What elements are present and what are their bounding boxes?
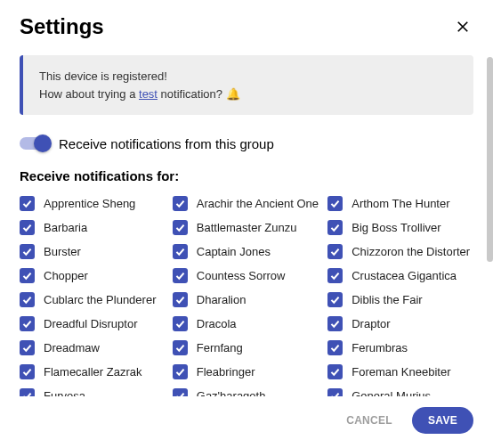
check-icon: [174, 366, 186, 378]
test-link[interactable]: test: [139, 87, 158, 101]
boss-label: Crustacea Gigantica: [352, 269, 457, 282]
check-icon: [329, 270, 341, 281]
dialog-header: Settings: [0, 0, 493, 48]
check-icon: [174, 222, 186, 233]
notifications-toggle[interactable]: [20, 134, 50, 152]
boss-checkbox[interactable]: [20, 244, 35, 259]
boss-label: Battlemaster Zunzu: [197, 221, 297, 234]
boss-checkbox[interactable]: [327, 340, 343, 355]
check-icon: [329, 342, 341, 354]
boss-label: General Murius: [352, 389, 431, 396]
boss-label: Foreman Kneebiter: [352, 365, 450, 379]
info-line-2: How about trying a test notification? 🔔: [39, 86, 457, 103]
boss-checkbox[interactable]: [20, 316, 35, 331]
subheading: Receive notifications for:: [20, 168, 473, 183]
boss-item: Captain Jones: [173, 244, 320, 259]
boss-checkbox[interactable]: [173, 268, 188, 283]
boss-item: Furyosa: [20, 388, 166, 396]
boss-label: Captain Jones: [197, 245, 271, 258]
boss-label: Dharalion: [197, 293, 246, 306]
check-icon: [174, 246, 186, 257]
check-icon: [174, 198, 186, 209]
boss-item: Apprentice Sheng: [20, 196, 166, 211]
boss-label: Fernfang: [197, 341, 243, 354]
boss-label: Big Boss Trolliver: [352, 221, 440, 234]
boss-checkbox[interactable]: [327, 268, 343, 283]
boss-item: Fernfang: [173, 340, 320, 355]
boss-item: Dreadful Disruptor: [20, 316, 166, 331]
boss-checkbox[interactable]: [173, 220, 188, 235]
boss-checkbox[interactable]: [20, 340, 35, 355]
boss-checkbox[interactable]: [173, 388, 188, 396]
boss-label: Arthom The Hunter: [352, 197, 449, 210]
boss-checkbox[interactable]: [327, 316, 343, 331]
boss-checkbox[interactable]: [20, 220, 35, 235]
boss-item: Foreman Kneebiter: [327, 364, 473, 379]
boss-item: General Murius: [327, 388, 473, 396]
check-icon: [21, 294, 33, 305]
boss-checkbox[interactable]: [327, 220, 343, 235]
boss-item: Battlemaster Zunzu: [173, 220, 320, 235]
scrollbar[interactable]: [487, 57, 493, 262]
check-icon: [174, 318, 186, 330]
check-icon: [21, 342, 33, 354]
boss-checkbox-grid: Apprentice ShengArachir the Ancient OneA…: [20, 196, 473, 396]
boss-checkbox[interactable]: [327, 292, 343, 307]
cancel-button[interactable]: CANCEL: [339, 409, 400, 432]
boss-item: Chopper: [20, 268, 166, 283]
boss-label: Dreadmaw: [44, 341, 100, 354]
info-line-1: This device is registered!: [39, 68, 457, 86]
boss-checkbox[interactable]: [173, 244, 188, 259]
boss-label: Gaz'haragoth: [197, 389, 266, 396]
boss-checkbox[interactable]: [327, 244, 343, 259]
check-icon: [329, 294, 341, 305]
check-icon: [174, 342, 186, 354]
boss-checkbox[interactable]: [327, 364, 343, 379]
boss-item: Arachir the Ancient One: [173, 196, 320, 211]
check-icon: [329, 366, 341, 378]
boss-item: Dracola: [173, 316, 320, 331]
save-button[interactable]: SAVE: [412, 407, 473, 434]
boss-checkbox[interactable]: [173, 292, 188, 307]
boss-label: Diblis the Fair: [352, 293, 422, 306]
boss-label: Ferumbras: [352, 341, 408, 354]
boss-checkbox[interactable]: [327, 388, 343, 396]
boss-checkbox[interactable]: [20, 292, 35, 307]
boss-checkbox[interactable]: [327, 196, 343, 211]
boss-label: Flamecaller Zazrak: [44, 365, 142, 379]
boss-checkbox[interactable]: [20, 388, 35, 396]
boss-checkbox[interactable]: [173, 364, 188, 379]
boss-item: Fleabringer: [173, 364, 320, 379]
close-button[interactable]: [452, 16, 473, 37]
boss-label: Chopper: [44, 269, 88, 282]
notifications-toggle-row: Receive notifications from this group: [20, 134, 473, 152]
boss-item: Gaz'haragoth: [173, 388, 320, 396]
notifications-toggle-label: Receive notifications from this group: [59, 136, 274, 151]
check-icon: [174, 294, 186, 305]
info-banner: This device is registered! How about try…: [20, 55, 473, 115]
check-icon: [174, 390, 186, 396]
close-icon: [455, 19, 471, 35]
boss-item: Ferumbras: [327, 340, 473, 355]
check-icon: [21, 246, 33, 257]
boss-checkbox[interactable]: [173, 316, 188, 331]
boss-checkbox[interactable]: [173, 196, 188, 211]
boss-label: Apprentice Sheng: [44, 197, 135, 210]
bell-icon: 🔔: [226, 87, 240, 101]
check-icon: [21, 318, 33, 330]
boss-label: Chizzoron the Distorter: [352, 245, 470, 258]
boss-checkbox[interactable]: [173, 340, 188, 355]
check-icon: [329, 222, 341, 233]
check-icon: [174, 270, 186, 281]
boss-item: Arthom The Hunter: [327, 196, 473, 211]
check-icon: [329, 318, 341, 330]
boss-label: Countess Sorrow: [197, 269, 286, 282]
boss-label: Draptor: [352, 317, 390, 330]
boss-checkbox[interactable]: [20, 268, 35, 283]
boss-item: Dharalion: [173, 292, 320, 307]
boss-checkbox[interactable]: [20, 196, 35, 211]
boss-checkbox[interactable]: [20, 364, 35, 379]
boss-item: Countess Sorrow: [173, 268, 320, 283]
check-icon: [21, 390, 33, 396]
boss-item: Chizzoron the Distorter: [327, 244, 473, 259]
